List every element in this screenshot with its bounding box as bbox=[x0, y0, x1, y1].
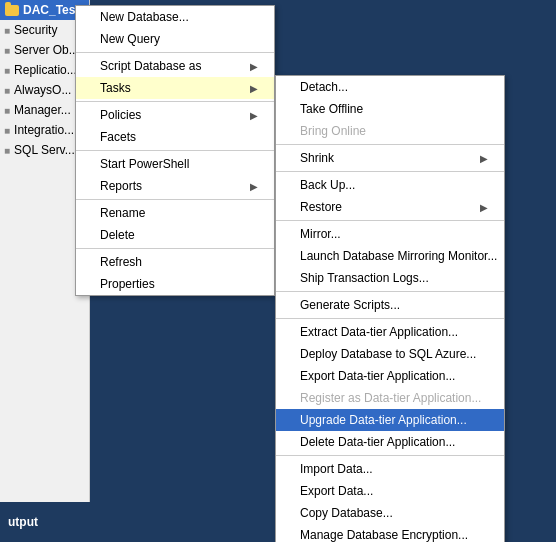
menu-label-backup: Back Up... bbox=[300, 178, 355, 192]
menu-label-new-database: New Database... bbox=[100, 10, 189, 24]
menu-label-detach: Detach... bbox=[300, 80, 348, 94]
menu-item-import-data[interactable]: Import Data... bbox=[276, 458, 504, 480]
submenu-arrow-tasks: ▶ bbox=[250, 83, 258, 94]
menu-label-export-datatier: Export Data-tier Application... bbox=[300, 369, 455, 383]
menu-label-take-offline: Take Offline bbox=[300, 102, 363, 116]
menu-item-ship-transaction-logs[interactable]: Ship Transaction Logs... bbox=[276, 267, 504, 289]
menu-label-import-data: Import Data... bbox=[300, 462, 373, 476]
tasks-separator-4 bbox=[276, 291, 504, 292]
tasks-separator-5 bbox=[276, 318, 504, 319]
menu-item-start-powershell[interactable]: Start PowerShell bbox=[76, 153, 274, 175]
submenu-arrow-script: ▶ bbox=[250, 61, 258, 72]
menu-label-upgrade-datatier: Upgrade Data-tier Application... bbox=[300, 413, 467, 427]
menu-item-upgrade-datatier[interactable]: Upgrade Data-tier Application... bbox=[276, 409, 504, 431]
menu-label-export-data: Export Data... bbox=[300, 484, 373, 498]
menu-item-policies[interactable]: Policies ▶ bbox=[76, 104, 274, 126]
sidebar-label-alwayson: AlwaysO... bbox=[14, 83, 71, 97]
menu-label-register-datatier: Register as Data-tier Application... bbox=[300, 391, 481, 405]
menu-item-script-database[interactable]: Script Database as ▶ bbox=[76, 55, 274, 77]
sidebar-label-replication: Replicatio... bbox=[14, 63, 77, 77]
menu-label-generate-scripts: Generate Scripts... bbox=[300, 298, 400, 312]
collapse-icon7: ■ bbox=[4, 145, 10, 156]
menu-item-copy-database[interactable]: Copy Database... bbox=[276, 502, 504, 524]
menu-item-extract-datatier[interactable]: Extract Data-tier Application... bbox=[276, 321, 504, 343]
menu-label-bring-online: Bring Online bbox=[300, 124, 366, 138]
menu-item-generate-scripts[interactable]: Generate Scripts... bbox=[276, 294, 504, 316]
menu-item-bring-online[interactable]: Bring Online bbox=[276, 120, 504, 142]
menu-item-export-data[interactable]: Export Data... bbox=[276, 480, 504, 502]
submenu-arrow-policies: ▶ bbox=[250, 110, 258, 121]
menu-label-refresh: Refresh bbox=[100, 255, 142, 269]
menu-item-facets[interactable]: Facets bbox=[76, 126, 274, 148]
menu-label-launch-mirroring-monitor: Launch Database Mirroring Monitor... bbox=[300, 249, 497, 263]
menu-item-new-query[interactable]: New Query bbox=[76, 28, 274, 50]
menu-separator-2 bbox=[76, 101, 274, 102]
menu-label-copy-database: Copy Database... bbox=[300, 506, 393, 520]
menu-label-policies: Policies bbox=[100, 108, 141, 122]
menu-item-deploy-database[interactable]: Deploy Database to SQL Azure... bbox=[276, 343, 504, 365]
menu-separator-4 bbox=[76, 199, 274, 200]
menu-label-ship-transaction-logs: Ship Transaction Logs... bbox=[300, 271, 429, 285]
menu-label-start-powershell: Start PowerShell bbox=[100, 157, 189, 171]
menu-item-manage-encryption[interactable]: Manage Database Encryption... bbox=[276, 524, 504, 542]
tasks-separator-3 bbox=[276, 220, 504, 221]
menu-item-register-datatier[interactable]: Register as Data-tier Application... bbox=[276, 387, 504, 409]
menu-item-delete-datatier[interactable]: Delete Data-tier Application... bbox=[276, 431, 504, 453]
sidebar-label-serverob: Server Ob... bbox=[14, 43, 79, 57]
menu-item-detach[interactable]: Detach... bbox=[276, 76, 504, 98]
submenu-arrow-restore: ▶ bbox=[480, 202, 488, 213]
menu-label-new-query: New Query bbox=[100, 32, 160, 46]
menu-item-new-database[interactable]: New Database... bbox=[76, 6, 274, 28]
output-bar: utput bbox=[0, 502, 90, 542]
menu-item-backup[interactable]: Back Up... bbox=[276, 174, 504, 196]
menu-label-delete: Delete bbox=[100, 228, 135, 242]
menu-separator-5 bbox=[76, 248, 274, 249]
menu-item-restore[interactable]: Restore ▶ bbox=[276, 196, 504, 218]
menu-item-shrink[interactable]: Shrink ▶ bbox=[276, 147, 504, 169]
menu-label-script-database: Script Database as bbox=[100, 59, 201, 73]
menu-item-take-offline[interactable]: Take Offline bbox=[276, 98, 504, 120]
sidebar-label-security: Security bbox=[14, 23, 57, 37]
submenu-arrow-reports: ▶ bbox=[250, 181, 258, 192]
menu-label-properties: Properties bbox=[100, 277, 155, 291]
sidebar-label-integration: Integratio... bbox=[14, 123, 74, 137]
menu-item-reports[interactable]: Reports ▶ bbox=[76, 175, 274, 197]
output-bar-label: utput bbox=[8, 515, 38, 529]
folder-icon bbox=[4, 2, 20, 18]
collapse-icon4: ■ bbox=[4, 85, 10, 96]
menu-label-rename: Rename bbox=[100, 206, 145, 220]
menu-label-reports: Reports bbox=[100, 179, 142, 193]
menu-label-mirror: Mirror... bbox=[300, 227, 341, 241]
tasks-separator-1 bbox=[276, 144, 504, 145]
collapse-icon3: ■ bbox=[4, 65, 10, 76]
menu-label-shrink: Shrink bbox=[300, 151, 334, 165]
sidebar-label-sqlserver: SQL Serv... bbox=[14, 143, 75, 157]
menu-item-delete[interactable]: Delete bbox=[76, 224, 274, 246]
collapse-icon2: ■ bbox=[4, 45, 10, 56]
menu-label-delete-datatier: Delete Data-tier Application... bbox=[300, 435, 455, 449]
collapse-icon5: ■ bbox=[4, 105, 10, 116]
menu-label-deploy-database: Deploy Database to SQL Azure... bbox=[300, 347, 476, 361]
menu-item-mirror[interactable]: Mirror... bbox=[276, 223, 504, 245]
submenu-arrow-shrink: ▶ bbox=[480, 153, 488, 164]
menu-item-tasks[interactable]: Tasks ▶ bbox=[76, 77, 274, 99]
collapse-icon: ■ bbox=[4, 25, 10, 36]
menu-item-export-datatier[interactable]: Export Data-tier Application... bbox=[276, 365, 504, 387]
menu-label-facets: Facets bbox=[100, 130, 136, 144]
tasks-separator-2 bbox=[276, 171, 504, 172]
menu-item-properties[interactable]: Properties bbox=[76, 273, 274, 295]
tasks-separator-6 bbox=[276, 455, 504, 456]
menu-separator-1 bbox=[76, 52, 274, 53]
sidebar-label-manager: Manager... bbox=[14, 103, 71, 117]
primary-context-menu: New Database... New Query Script Databas… bbox=[75, 5, 275, 296]
menu-label-manage-encryption: Manage Database Encryption... bbox=[300, 528, 468, 542]
menu-item-launch-mirroring-monitor[interactable]: Launch Database Mirroring Monitor... bbox=[276, 245, 504, 267]
menu-separator-3 bbox=[76, 150, 274, 151]
sidebar-title-label: DAC_Test bbox=[23, 3, 79, 17]
menu-item-refresh[interactable]: Refresh bbox=[76, 251, 274, 273]
menu-item-rename[interactable]: Rename bbox=[76, 202, 274, 224]
collapse-icon6: ■ bbox=[4, 125, 10, 136]
menu-label-restore: Restore bbox=[300, 200, 342, 214]
menu-label-extract-datatier: Extract Data-tier Application... bbox=[300, 325, 458, 339]
menu-label-tasks: Tasks bbox=[100, 81, 131, 95]
